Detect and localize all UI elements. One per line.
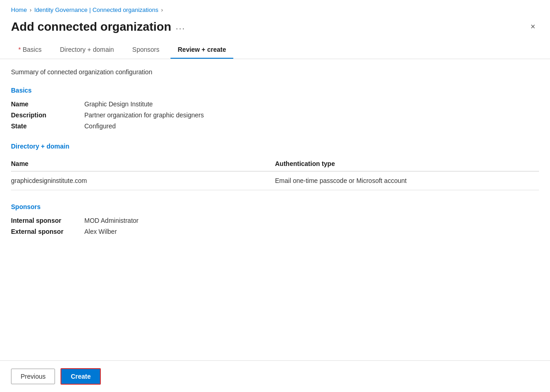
breadcrumb-home[interactable]: Home: [11, 6, 27, 13]
directory-table-name-header: Name: [11, 156, 275, 171]
internal-sponsor-row: Internal sponsor MOD Administrator: [11, 217, 539, 224]
tab-basics[interactable]: *Basics: [11, 41, 49, 59]
directory-section: Directory + domain Name Authentication t…: [11, 143, 539, 190]
breadcrumb: Home › Identity Governance | Connected o…: [0, 0, 550, 18]
basics-section: Basics Name Graphic Design Institute Des…: [11, 87, 539, 130]
basics-section-title: Basics: [11, 87, 539, 94]
previous-button[interactable]: Previous: [11, 369, 55, 384]
tab-review-create[interactable]: Review + create: [170, 41, 233, 59]
breadcrumb-separator-1: ›: [30, 7, 32, 13]
directory-domain-name: graphicdesigninstitute.com: [11, 171, 275, 190]
directory-auth-type: Email one-time passcode or Microsoft acc…: [275, 171, 539, 190]
external-sponsor-value: Alex Wilber: [84, 228, 117, 235]
directory-table-auth-header: Authentication type: [275, 156, 539, 171]
page-container: Home › Identity Governance | Connected o…: [0, 0, 550, 392]
basics-state-row: State Configured: [11, 122, 539, 130]
basics-description-value: Partner organization for graphic designe…: [84, 111, 204, 119]
basics-state-label: State: [11, 122, 84, 130]
external-sponsor-label: External sponsor: [11, 228, 84, 235]
close-button[interactable]: ×: [527, 20, 539, 33]
directory-table-row: graphicdesigninstitute.com Email one-tim…: [11, 171, 539, 190]
required-star: *: [18, 46, 21, 53]
basics-name-value: Graphic Design Institute: [84, 100, 153, 108]
basics-name-row: Name Graphic Design Institute: [11, 100, 539, 108]
directory-table: Name Authentication type graphicdesignin…: [11, 156, 539, 190]
internal-sponsor-label: Internal sponsor: [11, 217, 84, 224]
content-area: Summary of connected organization config…: [0, 59, 550, 257]
breadcrumb-identity-governance[interactable]: Identity Governance | Connected organiza…: [34, 6, 159, 13]
breadcrumb-separator-2: ›: [161, 7, 163, 13]
page-title: Add connected organization: [11, 20, 171, 34]
tab-directory-domain[interactable]: Directory + domain: [53, 41, 121, 59]
more-options-button[interactable]: ...: [176, 22, 186, 32]
sponsors-section: Sponsors Internal sponsor MOD Administra…: [11, 203, 539, 235]
sponsors-section-title: Sponsors: [11, 203, 539, 210]
internal-sponsor-value: MOD Administrator: [84, 217, 138, 224]
basics-description-label: Description: [11, 111, 84, 119]
footer: Previous Create: [0, 360, 550, 392]
basics-name-label: Name: [11, 100, 84, 108]
summary-description: Summary of connected organization config…: [11, 68, 539, 76]
tab-sponsors[interactable]: Sponsors: [125, 41, 167, 59]
basics-state-value: Configured: [84, 122, 116, 130]
page-header: Add connected organization ... ×: [0, 18, 550, 41]
tabs-container: *Basics Directory + domain Sponsors Revi…: [0, 41, 550, 59]
directory-section-title: Directory + domain: [11, 143, 539, 150]
create-button[interactable]: Create: [60, 368, 101, 385]
basics-description-row: Description Partner organization for gra…: [11, 111, 539, 119]
external-sponsor-row: External sponsor Alex Wilber: [11, 228, 539, 235]
page-title-area: Add connected organization ...: [11, 20, 186, 34]
